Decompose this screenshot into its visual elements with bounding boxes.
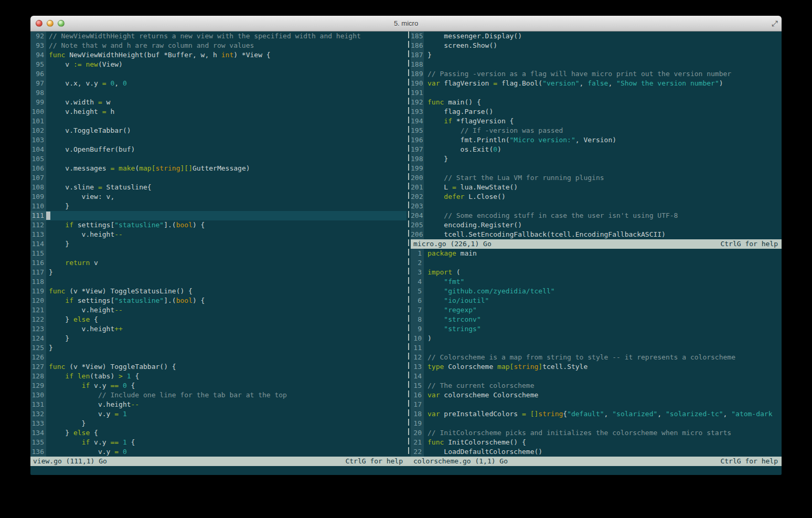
code-line[interactable]: 3import ( [411, 268, 782, 277]
code-text[interactable]: v.height = h [46, 107, 407, 117]
code-text[interactable]: "fmt" [424, 277, 782, 287]
code-text[interactable]: func InitColorscheme() { [424, 438, 782, 447]
code-text[interactable]: // Include one line for the tab bar at t… [46, 390, 407, 400]
code-line[interactable]: 116 return v [30, 258, 407, 268]
code-text[interactable] [46, 211, 407, 220]
code-line[interactable]: 119func (v *View) ToggleStatusLine() { [30, 287, 407, 296]
code-line[interactable]: 4 "fmt" [411, 277, 782, 287]
code-text[interactable]: var preInstalledColors = []string{"defau… [424, 409, 782, 419]
code-text[interactable]: os.Exit(0) [424, 145, 782, 154]
code-text[interactable]: if *flagVersion { [424, 117, 782, 126]
code-line[interactable]: 203 [411, 202, 782, 211]
code-line[interactable]: 103 [30, 135, 407, 145]
code-text[interactable]: view: v, [46, 192, 407, 202]
code-text[interactable] [424, 343, 782, 353]
code-line[interactable]: 124 } [30, 334, 407, 343]
code-text[interactable]: "strings" [424, 324, 782, 334]
code-line[interactable]: 189// Passing -version as a flag will ha… [411, 69, 782, 79]
code-text[interactable] [46, 249, 407, 258]
code-line[interactable]: 106 v.messages = make(map[string][]Gutte… [30, 164, 407, 173]
code-text[interactable]: if v.y == 0 { [46, 381, 407, 390]
code-line[interactable]: 99 v.width = w [30, 98, 407, 107]
code-text[interactable] [424, 372, 782, 381]
code-line[interactable]: 186 screen.Show() [411, 41, 782, 50]
code-text[interactable]: } [424, 50, 782, 60]
code-line[interactable]: 22 LoadDefaultColorscheme() [411, 447, 782, 457]
code-text[interactable]: v.OpenBuffer(buf) [46, 145, 407, 154]
code-line[interactable]: 187} [411, 50, 782, 60]
code-line[interactable]: 111 [30, 211, 407, 220]
code-line[interactable]: 204 // Some encoding stuff in case the u… [411, 211, 782, 220]
code-text[interactable] [424, 258, 782, 268]
code-line[interactable]: 109 view: v, [30, 192, 407, 202]
code-line[interactable]: 131 v.height-- [30, 400, 407, 409]
code-line[interactable]: 20// InitColorscheme picks and initializ… [411, 428, 782, 438]
code-line[interactable]: 96 [30, 69, 407, 79]
code-text[interactable]: v.width = w [46, 98, 407, 107]
code-line[interactable]: 1package main [411, 249, 782, 258]
code-text[interactable]: func NewViewWidthHeight(buf *Buffer, w, … [46, 50, 407, 60]
code-text[interactable]: func (v *View) ToggleTabbar() { [46, 362, 407, 372]
code-line[interactable]: 102 v.ToggleTabbar() [30, 126, 407, 135]
code-line[interactable]: 130 // Include one line for the tab bar … [30, 390, 407, 400]
code-text[interactable] [46, 353, 407, 362]
editor-view-go[interactable]: 92// NewViewWidthHeight returns a new vi… [30, 31, 407, 457]
code-text[interactable] [46, 277, 407, 287]
code-line[interactable]: 188 [411, 60, 782, 69]
code-text[interactable] [424, 60, 782, 69]
code-line[interactable]: 5 "github.com/zyedidia/tcell" [411, 287, 782, 296]
code-line[interactable]: 120 if settings["statusline"].(bool) { [30, 296, 407, 305]
code-text[interactable]: defer L.Close() [424, 192, 782, 202]
code-line[interactable]: 123 v.height++ [30, 324, 407, 334]
code-line[interactable]: 97 v.x, v.y = 0, 0 [30, 79, 407, 88]
code-line[interactable]: 13type Colorscheme map[string]tcell.Styl… [411, 362, 782, 372]
resize-icon[interactable]: ⤢ [772, 18, 778, 28]
code-text[interactable]: // Passing -version as a flag will have … [424, 69, 782, 79]
code-line[interactable]: 185 messenger.Display() [411, 31, 782, 41]
code-line[interactable]: 192func main() { [411, 98, 782, 107]
code-line[interactable]: 190var flagVersion = flag.Bool("version"… [411, 79, 782, 88]
code-text[interactable]: v.y = 0 [46, 447, 407, 457]
code-text[interactable]: // InitColorscheme picks and initializes… [424, 428, 782, 438]
code-text[interactable]: LoadDefaultColorscheme() [424, 447, 782, 457]
code-text[interactable]: ) [424, 334, 782, 343]
code-line[interactable]: 114 } [30, 239, 407, 249]
code-line[interactable]: 117} [30, 268, 407, 277]
code-text[interactable]: if v.y == 1 { [46, 438, 407, 447]
code-text[interactable]: "io/ioutil" [424, 296, 782, 305]
code-text[interactable]: v.x, v.y = 0, 0 [46, 79, 407, 88]
code-text[interactable]: // Some encoding stuff in case the user … [424, 211, 782, 220]
code-line[interactable]: 10) [411, 334, 782, 343]
code-text[interactable] [424, 400, 782, 409]
code-line[interactable]: 126 [30, 353, 407, 362]
code-line[interactable]: 19 [411, 419, 782, 428]
code-line[interactable]: 132 v.y = 1 [30, 409, 407, 419]
code-text[interactable]: "strconv" [424, 315, 782, 324]
code-line[interactable]: 194 if *flagVersion { [411, 117, 782, 126]
code-text[interactable]: v.height-- [46, 230, 407, 239]
code-text[interactable]: v.sline = Statusline{ [46, 183, 407, 192]
code-line[interactable]: 104 v.OpenBuffer(buf) [30, 145, 407, 154]
code-line[interactable]: 122 } else { [30, 315, 407, 324]
code-line[interactable]: 133 } [30, 419, 407, 428]
code-text[interactable]: } else { [46, 315, 407, 324]
code-line[interactable]: 12// Colorscheme is a map from string to… [411, 353, 782, 362]
code-text[interactable]: } [46, 268, 407, 277]
code-text[interactable]: } [46, 343, 407, 353]
code-text[interactable]: v.height++ [46, 324, 407, 334]
code-text[interactable]: "regexp" [424, 305, 782, 315]
code-text[interactable]: // NewViewWidthHeight returns a new view… [46, 31, 407, 41]
code-text[interactable]: fmt.Println("Micro version:", Version) [424, 135, 782, 145]
code-text[interactable]: func main() { [424, 98, 782, 107]
code-line[interactable]: 205 encoding.Register() [411, 220, 782, 230]
code-line[interactable]: 101 [30, 117, 407, 126]
code-line[interactable]: 2 [411, 258, 782, 268]
code-line[interactable]: 191 [411, 88, 782, 98]
code-line[interactable]: 6 "io/ioutil" [411, 296, 782, 305]
code-line[interactable]: 9 "strings" [411, 324, 782, 334]
code-line[interactable]: 195 // If -version was passed [411, 126, 782, 135]
code-text[interactable]: L = lua.NewState() [424, 183, 782, 192]
code-line[interactable]: 92// NewViewWidthHeight returns a new vi… [30, 31, 407, 41]
code-line[interactable]: 112 if settings["statusline"].(bool) { [30, 220, 407, 230]
code-line[interactable]: 136 v.y = 0 [30, 447, 407, 457]
